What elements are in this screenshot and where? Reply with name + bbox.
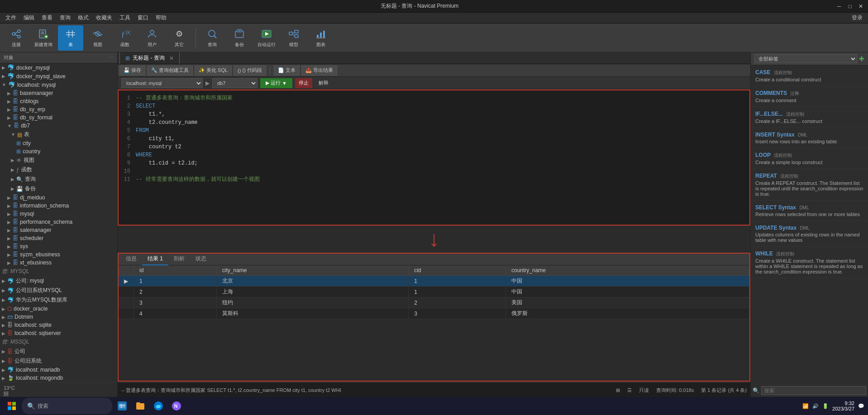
- search-input[interactable]: [761, 386, 866, 395]
- sidebar-item-db-sy-formal[interactable]: ▶ 🗄 db_sy_formal: [0, 113, 117, 122]
- sidebar-item-localhost-mogondb[interactable]: ▶ 🍃 localhost: mogondb: [0, 374, 117, 382]
- sidebar-item-dj-meiduo[interactable]: ▶ 🗄 dj_meiduo: [0, 193, 117, 202]
- menu-query[interactable]: 查询: [56, 13, 74, 23]
- taskbar-search[interactable]: 🔍 搜索: [22, 398, 112, 414]
- sidebar-item-salemanager[interactable]: ▶ 🗄 salemanager: [0, 226, 117, 234]
- toolbar-user[interactable]: 用户: [139, 25, 165, 51]
- toolbar-model[interactable]: 模型: [281, 25, 306, 51]
- menu-favorites[interactable]: 收藏夹: [92, 13, 116, 23]
- table-row[interactable]: ▶ 1 北京 1 中国: [119, 276, 749, 287]
- toolbar-view[interactable]: 视图: [85, 25, 110, 51]
- tab-result1[interactable]: 结果 1: [142, 253, 168, 265]
- sidebar-item-city[interactable]: ⊞ city: [0, 139, 117, 147]
- explain-button[interactable]: 解释: [315, 78, 332, 88]
- query-builder-button[interactable]: 🔧 查询创建工具: [147, 66, 193, 75]
- sidebar-item-country[interactable]: ⊞ country: [0, 147, 117, 156]
- menu-format[interactable]: 格式: [74, 13, 92, 23]
- results-table-container[interactable]: id city_name cid country_name ▶ 1 北京: [119, 265, 749, 381]
- snippet-update[interactable]: UPDATE Syntax DML Updates columns of exi…: [751, 221, 868, 247]
- sidebar-item-sys[interactable]: ▶ 🗄 sys: [0, 242, 117, 250]
- toolbar-other[interactable]: ⚙ 其它: [167, 25, 192, 51]
- toolbar-query[interactable]: 查询: [200, 25, 225, 51]
- menu-window[interactable]: 窗口: [134, 13, 152, 23]
- sidebar-item-localhost-sqlserver[interactable]: ▶ 🗄 localhost: sqlserver: [0, 329, 117, 337]
- menu-tools[interactable]: 工具: [116, 13, 134, 23]
- table-row[interactable]: 3 纽约 2 美国: [119, 297, 749, 308]
- sidebar-item-backup-folder[interactable]: ▶ 💾 备份: [0, 184, 117, 193]
- tab-info[interactable]: 信息: [120, 253, 142, 265]
- query-editor[interactable]: 1 -- 普通多表查询：查询城市和所属国家 2 SELECT 3 t1.*, 4…: [118, 90, 750, 226]
- sidebar-item-information-schema[interactable]: ▶ 🗄 information_schema: [0, 202, 117, 210]
- menu-edit[interactable]: 编辑: [20, 13, 38, 23]
- database-select[interactable]: db7: [212, 78, 258, 88]
- sidebar-item-localhost-mariadb[interactable]: ▶ 🐬 localhost: mariadb: [0, 366, 117, 374]
- sidebar-item-company-old[interactable]: ▶ 🗄 公司旧系统: [0, 356, 117, 366]
- snippet-if-else[interactable]: IF...ELSE... 流程控制 Create a IF...ELSE... …: [751, 107, 868, 128]
- sidebar-item-company[interactable]: ▶ 🗄 公司: [0, 347, 117, 356]
- beautify-button[interactable]: ✨ 美化 SQL: [195, 66, 232, 75]
- table-row[interactable]: 2 上海 1 中国: [119, 287, 749, 297]
- list-view-icon[interactable]: ☰: [627, 387, 632, 393]
- snippet-comments[interactable]: COMMENTS 注释 Create a comment: [751, 86, 868, 107]
- sidebar-item-localhost-sqlite[interactable]: ▶ 🗄 localhost: sqlite: [0, 321, 117, 329]
- table-row[interactable]: 4 莫斯科 3 俄罗斯: [119, 308, 749, 319]
- toolbar-table[interactable]: 表: [58, 25, 83, 51]
- toolbar-connect[interactable]: 连接: [4, 25, 29, 51]
- sidebar-item-mysql[interactable]: ▶ 🗄 mysql: [0, 210, 117, 218]
- export-button[interactable]: 📤 导出结果: [301, 66, 337, 75]
- sidebar-item-zeng-mssql[interactable]: 曾: MSSQL: [0, 337, 117, 347]
- sidebar-item-views-folder[interactable]: ▶ 👁 视图: [0, 156, 117, 165]
- taskbar-navicat[interactable]: [114, 398, 130, 414]
- sidebar-item-tables-folder[interactable]: ▼ ▤ 表: [0, 130, 117, 139]
- maximize-button[interactable]: □: [846, 3, 854, 10]
- menu-view[interactable]: 查看: [38, 13, 56, 23]
- sidebar-item-db-sy-erp[interactable]: ▶ 🗄 db_sy_erp: [0, 105, 117, 113]
- taskbar-other-app[interactable]: N: [168, 398, 185, 414]
- grid-view-icon[interactable]: ⊞: [616, 387, 620, 393]
- sidebar-item-company-old-mysql[interactable]: ▶ 🐬 公司旧系统MYSQL: [0, 286, 117, 295]
- code-block-button[interactable]: () () 代码段: [234, 66, 266, 75]
- sidebar-item-basemanager[interactable]: ▶ 🗄 basemanager: [0, 89, 117, 97]
- toolbar-new-query[interactable]: 新建查询: [31, 25, 56, 51]
- snippet-while[interactable]: WHILE 流程控制 Create a WHILE construct. The…: [751, 247, 868, 278]
- clock[interactable]: 9:32 2023/3/27: [832, 401, 854, 411]
- start-button[interactable]: [4, 398, 20, 414]
- toolbar-autorun[interactable]: 自动运行: [254, 25, 279, 51]
- sidebar-item-functions-folder[interactable]: ▶ ƒ 函数: [0, 165, 117, 174]
- tab-profile[interactable]: 剖析: [168, 253, 190, 265]
- taskbar-file-explorer[interactable]: [132, 398, 148, 414]
- query-tab-untitled[interactable]: ⊞ 无标题 - 查询 ✕: [119, 52, 180, 64]
- menu-file[interactable]: 文件: [2, 13, 20, 23]
- toolbar-chart[interactable]: 图表: [308, 25, 334, 51]
- text-button[interactable]: 📄 文本: [274, 66, 300, 75]
- add-snippet-icon[interactable]: ✚: [859, 55, 864, 62]
- snippet-loop[interactable]: LOOP 流程控制 Create a simple loop construct: [751, 148, 868, 169]
- connection-select[interactable]: localhost: mysql: [121, 78, 203, 88]
- toolbar-function[interactable]: ƒ (x) 函数: [112, 25, 138, 51]
- notifications-icon[interactable]: 💬: [858, 403, 864, 409]
- taskbar-edge[interactable]: [150, 398, 167, 414]
- tab-status[interactable]: 状态: [190, 253, 212, 265]
- stop-button[interactable]: 停止: [295, 78, 312, 88]
- sidebar-item-xt-ebusiness[interactable]: ▶ 🗄 xt_ebusiness: [0, 259, 117, 267]
- sidebar-item-db7[interactable]: ▼ 🗄 db7: [0, 122, 117, 130]
- save-button[interactable]: 💾 保存: [119, 66, 145, 75]
- snippet-select[interactable]: SELECT Syntax DML Retrieve rows selected…: [751, 201, 868, 221]
- sidebar-item-performance-schema[interactable]: ▶ 🗄 performance_schema: [0, 218, 117, 226]
- sidebar-item-company-mysql[interactable]: ▶ 🐬 公司: mysql: [0, 276, 117, 286]
- tag-filter-select[interactable]: 全部标签: [754, 54, 857, 63]
- snippet-case[interactable]: CASE 流程控制 Create a conditional construct: [751, 66, 868, 86]
- snippet-insert[interactable]: INSERT Syntax DML Insert new rows into a…: [751, 128, 868, 148]
- sidebar-item-zeng-mysql[interactable]: 曾: MYSQL: [0, 267, 117, 276]
- toolbar-backup[interactable]: 备份: [227, 25, 252, 51]
- sidebar-item-docker-mysql-slave[interactable]: ▶ 🐬 docker_mysql_slave: [0, 72, 117, 80]
- sidebar-item-huawei-mysql[interactable]: ▶ 🐬 华为云MYSQL数据库: [0, 295, 117, 305]
- sidebar-item-dotmim[interactable]: ▶ 🗃 Dotmim: [0, 313, 117, 321]
- snippet-repeat[interactable]: REPEAT 流程控制 Create A REPEAT construct. T…: [751, 169, 868, 201]
- close-button[interactable]: ✕: [857, 3, 864, 10]
- minimize-button[interactable]: ─: [835, 3, 843, 10]
- sidebar-item-docker-oracle[interactable]: ▶ ⬡ docker_oracle: [0, 305, 117, 313]
- sidebar-item-localhost-mysql[interactable]: ▼ 🐬 localhost: mysql: [0, 80, 117, 89]
- sidebar-item-cnblogs[interactable]: ▶ 🗄 cnblogs: [0, 97, 117, 105]
- query-tab-close[interactable]: ✕: [169, 55, 174, 61]
